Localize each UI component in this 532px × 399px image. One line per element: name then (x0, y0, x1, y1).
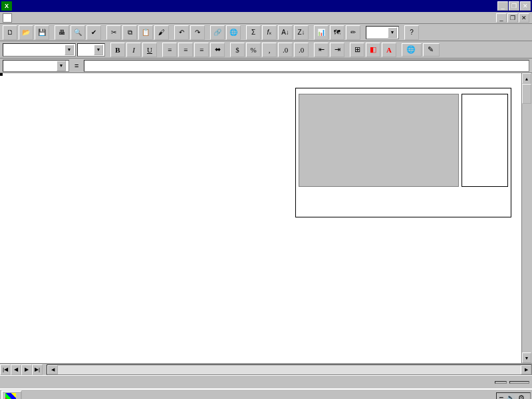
status-num (495, 381, 507, 384)
underline-button[interactable]: U (142, 43, 157, 57)
worksheet: ▲ ▼ (0, 73, 532, 363)
formatting-toolbar: ▼ ▼ B I U ≡ ≡ ≡ ⬌ $ % , .0 .0 ⇤ ⇥ ⊞ ◧ A … (0, 41, 532, 59)
tab-nav-last[interactable]: ▶| (32, 364, 43, 375)
close-button[interactable]: ✕ (520, 1, 531, 11)
active-cell-outline (0, 73, 3, 76)
tray-icon2[interactable]: ⚙ (518, 394, 525, 400)
currency-button[interactable]: $ (230, 43, 245, 57)
increase-indent-button[interactable]: ⇥ (330, 43, 344, 57)
sort-desc-button[interactable]: Z↓ (294, 25, 309, 40)
formula-input[interactable] (84, 60, 529, 72)
mdi-close-button[interactable]: ✕ (519, 13, 529, 23)
align-center-button[interactable]: ≡ (178, 43, 193, 57)
help-button[interactable]: ? (404, 25, 419, 40)
align-right-button[interactable]: ≡ (194, 43, 209, 57)
zoom-combo[interactable]: ▼ (366, 26, 399, 39)
map-button[interactable]: 🗺 (330, 25, 344, 40)
maplook-button[interactable]: 🌐 (402, 43, 422, 57)
atrybuty-button[interactable]: ✎ (423, 43, 440, 57)
chart-wizard-button[interactable]: 📊 (314, 25, 329, 40)
titlebar: X _ ❐ ✕ (0, 0, 532, 12)
formula-bar: ▼ = (0, 59, 532, 73)
embedded-chart[interactable] (295, 88, 511, 217)
open-button[interactable]: 📂 (19, 25, 33, 40)
font-combo[interactable]: ▼ (3, 43, 76, 57)
drawing-button[interactable]: ✏ (346, 25, 360, 40)
spellcheck-button[interactable]: ✔ (86, 25, 101, 40)
secondary-cursor-outline (0, 73, 3, 76)
bold-button[interactable]: B (110, 43, 125, 57)
tray-lang[interactable] (499, 397, 503, 398)
scroll-up-button[interactable]: ▲ (522, 73, 531, 84)
system-tray[interactable]: 🔊 ⚙ (496, 392, 531, 400)
horizontal-scrollbar[interactable]: ◀ ▶ (47, 364, 532, 375)
equals-label: = (72, 62, 81, 70)
name-box[interactable]: ▼ (3, 60, 69, 72)
new-button[interactable]: 🗋 (3, 25, 17, 40)
chart-legend (462, 94, 508, 187)
scroll-down-button[interactable]: ▼ (522, 352, 531, 363)
merge-center-button[interactable]: ⬌ (210, 43, 225, 57)
start-button[interactable] (1, 390, 22, 399)
sort-asc-button[interactable]: A↓ (278, 25, 293, 40)
print-button[interactable]: 🖶 (55, 25, 69, 40)
copy-button[interactable]: ⧉ (122, 25, 137, 40)
print-preview-button[interactable]: 🔍 (70, 25, 85, 40)
status-bar (0, 375, 532, 388)
paste-button[interactable]: 📋 (138, 25, 153, 40)
scroll-thumb[interactable] (522, 84, 531, 104)
minimize-button[interactable]: _ (497, 1, 508, 11)
mdi-restore-button[interactable]: ❐ (507, 13, 518, 23)
windows-flag-icon (5, 393, 16, 399)
autosum-button[interactable]: Σ (246, 25, 261, 40)
menubar: _ ❐ ✕ (0, 12, 532, 24)
tab-nav-next[interactable]: ▶ (21, 364, 32, 375)
borders-button[interactable]: ⊞ (350, 43, 364, 57)
tab-nav-prev[interactable]: ◀ (11, 364, 21, 375)
tray-icon[interactable]: 🔊 (506, 394, 515, 400)
function-button[interactable]: fₓ (262, 25, 277, 40)
status-empty (509, 381, 529, 384)
sheet-tab-bar: |◀ ◀ ▶ ▶| ◀ ▶ (0, 363, 532, 375)
maximize-button[interactable]: ❐ (509, 1, 519, 11)
tab-nav-first[interactable]: |◀ (0, 364, 11, 375)
scroll-left-button[interactable]: ◀ (47, 365, 58, 374)
vertical-scrollbar[interactable]: ▲ ▼ (521, 73, 532, 363)
fontsize-combo[interactable]: ▼ (77, 43, 105, 57)
taskbar: 🔊 ⚙ (0, 388, 532, 399)
redo-button[interactable]: ↷ (190, 25, 205, 40)
hyperlink-button[interactable]: 🔗 (210, 25, 225, 40)
align-left-button[interactable]: ≡ (162, 43, 177, 57)
standard-toolbar: 🗋 📂 💾 🖶 🔍 ✔ ✂ ⧉ 📋 🖌 ↶ ↷ 🔗 🌐 Σ fₓ A↓ Z↓ 📊… (0, 24, 532, 41)
comma-button[interactable]: , (262, 43, 277, 57)
decrease-decimal-button[interactable]: .0 (294, 43, 309, 57)
percent-button[interactable]: % (246, 43, 261, 57)
web-toolbar-button[interactable]: 🌐 (226, 25, 241, 40)
cut-button[interactable]: ✂ (106, 25, 121, 40)
font-color-button[interactable]: A (382, 43, 396, 57)
undo-button[interactable]: ↶ (174, 25, 189, 40)
italic-button[interactable]: I (126, 43, 141, 57)
document-icon[interactable] (3, 13, 12, 23)
mdi-minimize-button[interactable]: _ (496, 13, 507, 23)
format-painter-button[interactable]: 🖌 (154, 25, 169, 40)
fill-color-button[interactable]: ◧ (366, 43, 380, 57)
increase-decimal-button[interactable]: .0 (278, 43, 293, 57)
decrease-indent-button[interactable]: ⇤ (314, 43, 329, 57)
scroll-right-button[interactable]: ▶ (521, 365, 531, 374)
chart-plot-area (299, 94, 459, 187)
save-button[interactable]: 💾 (35, 25, 49, 40)
excel-icon: X (1, 1, 12, 11)
